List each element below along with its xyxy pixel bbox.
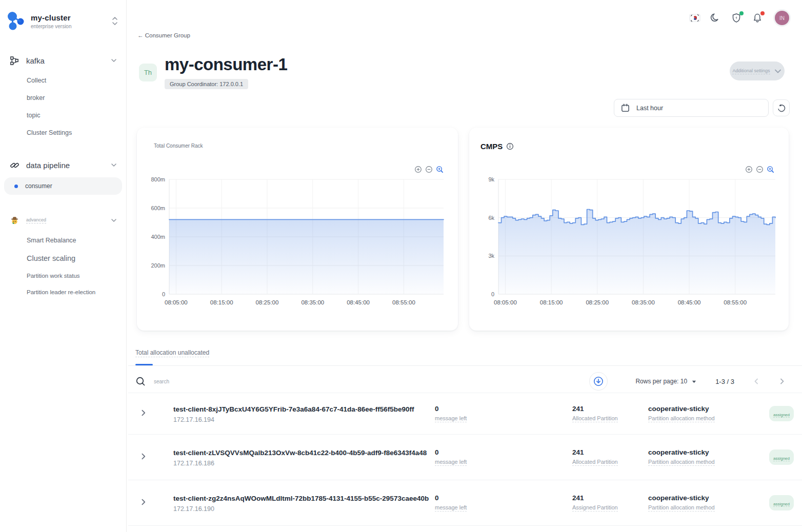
svg-text:0: 0 [491, 291, 494, 297]
tab-bar: Total allocation unallocated [128, 346, 802, 366]
security-shield-icon[interactable] [731, 13, 741, 23]
expand-row-chevron-icon[interactable] [139, 498, 147, 506]
sidebar-item-consumer[interactable]: consumer [4, 177, 122, 195]
messages-left-label: message left [435, 504, 467, 511]
sidebar-item-broker[interactable]: broker [0, 89, 126, 107]
chevron-down-icon [110, 56, 118, 65]
sidebar-section-data-pipeline[interactable]: data pipeline [0, 155, 126, 175]
zoom-out-icon[interactable] [425, 166, 433, 173]
user-avatar[interactable]: IN [773, 9, 791, 27]
sidebar-item-smart-rebalance[interactable]: Smart Rebalance [0, 232, 126, 249]
cmps-chart[interactable]: 03k6k9k08:05:0008:15:0008:25:0008:35:000… [475, 176, 781, 315]
sidebar-section-label: kafka [26, 56, 110, 65]
messages-left-value: 0 [435, 448, 572, 456]
zoom-reset-icon[interactable] [767, 166, 774, 173]
total-consumer-rack-chart[interactable]: 0200m400m600m800m08:05:0008:15:0008:25:0… [146, 176, 450, 315]
sidebar-item-cluster-settings[interactable]: Cluster Settings [0, 124, 126, 141]
sidebar-item-label: topic [27, 112, 40, 119]
svg-text:08:15:00: 08:15:00 [540, 299, 563, 305]
sidebar-section-label: data pipeline [26, 161, 110, 170]
caret-down-icon [691, 379, 697, 384]
partitions-label: Assigned Partition [572, 504, 618, 511]
korea-flag-locale-icon[interactable] [689, 13, 699, 23]
table-row[interactable]: test-client-zg2z4nsAqWOowMLdItml-72bb178… [128, 480, 802, 526]
chevron-down-icon [110, 161, 118, 169]
svg-text:08:05:00: 08:05:00 [165, 299, 188, 305]
svg-text:600m: 600m [151, 205, 165, 211]
svg-text:08:25:00: 08:25:00 [586, 299, 609, 305]
sidebar-item-partition-work-status[interactable]: Partition work status [0, 268, 126, 284]
sidebar-item-partition-leader-re-election[interactable]: Partition leader re-election [0, 284, 126, 300]
sidebar-section-kafka[interactable]: kafka [0, 50, 126, 71]
sidebar-nav: kafka CollectbrokertopicCluster Settings… [0, 50, 126, 300]
dark-mode-moon-icon[interactable] [710, 13, 720, 23]
chevron-down-icon [774, 67, 782, 75]
rows-per-page-label: Rows per page: 10 [635, 378, 687, 385]
user-avatar-initials: IN [775, 11, 789, 25]
consumer-table: test-client-8xjJTyBcxU4Y6G5YFrib-7e3a6a8… [128, 393, 802, 526]
client-id: test-client-zg2z4nsAqWOowMLdItml-72bb178… [173, 494, 435, 504]
link-icon [9, 160, 19, 170]
chart-zoom-controls [745, 166, 774, 173]
next-page-button[interactable] [778, 378, 786, 385]
breadcrumb-consumer-group[interactable]: ← Consumer Group [137, 32, 190, 38]
svg-text:3k: 3k [488, 253, 494, 259]
table-row[interactable]: test-client-zLVSQVVsMQalb213OxVw-8cb41c2… [128, 434, 802, 480]
previous-page-button[interactable] [753, 378, 760, 385]
sidebar-item-collect[interactable]: Collect [0, 72, 126, 89]
sidebar-item-cluster-scaling[interactable]: Cluster scaling [0, 249, 126, 268]
partitions-value: 241 [572, 405, 648, 413]
additional-settings-button[interactable]: Additional settings [730, 62, 785, 80]
zoom-reset-icon[interactable] [436, 166, 444, 173]
notification-dot-red [760, 11, 765, 15]
allocation-method-value: cooperative-sticky [648, 405, 753, 413]
svg-text:6k: 6k [488, 215, 494, 221]
notifications-bell-icon[interactable] [752, 13, 763, 23]
sidebar-section-advanced[interactable]: advanced [0, 210, 126, 231]
client-id: test-client-zLVSQVVsMQalb213OxVw-8cb41c2… [173, 448, 435, 458]
zoom-out-icon[interactable] [756, 166, 764, 173]
chart-card-total-consumer-rack: Total Consumer Rack 0200m400m600m800m08:… [137, 128, 458, 331]
svg-text:800m: 800m [151, 176, 165, 182]
sidebar-item-label: Collect [27, 77, 46, 84]
expand-row-chevron-icon[interactable] [139, 409, 147, 417]
chart-title: Total Consumer Rack [154, 143, 203, 149]
svg-text:08:05:00: 08:05:00 [494, 299, 517, 305]
cluster-switcher-icon[interactable] [111, 15, 119, 27]
expand-row-chevron-icon[interactable] [139, 453, 147, 460]
additional-settings-label: Additional settings [732, 68, 770, 74]
svg-text:08:15:00: 08:15:00 [210, 299, 233, 305]
messages-left-value: 0 [435, 494, 572, 502]
cluster-name: my-cluster [31, 13, 111, 22]
selected-item-dot [14, 185, 18, 188]
sidebar-section-label: advanced [26, 217, 46, 223]
messages-left-value: 0 [435, 405, 572, 413]
info-icon[interactable] [506, 142, 514, 150]
sidebar-item-label: Partition work status [27, 273, 80, 279]
chevron-down-icon [110, 216, 118, 224]
client-ip: 172.17.16.194 [173, 416, 435, 423]
svg-text:08:25:00: 08:25:00 [256, 299, 279, 305]
svg-text:400m: 400m [151, 234, 165, 240]
table-row[interactable]: test-client-8xjJTyBcxU4Y6G5YFrib-7e3a6a8… [128, 393, 802, 434]
topbar: IN [689, 9, 791, 27]
download-button[interactable] [589, 372, 608, 391]
svg-text:08:35:00: 08:35:00 [301, 299, 324, 305]
zoom-in-icon[interactable] [745, 166, 753, 173]
sidebar-item-topic[interactable]: topic [0, 107, 126, 124]
client-ip: 172.17.16.190 [173, 505, 435, 513]
refresh-icon [777, 104, 786, 113]
search-input[interactable] [154, 379, 308, 384]
search-icon [135, 376, 146, 386]
svg-text:08:55:00: 08:55:00 [724, 299, 747, 305]
svg-text:08:55:00: 08:55:00 [392, 299, 415, 305]
messages-left-label: message left [435, 459, 467, 466]
page-title: my-consumer-1 [165, 55, 287, 74]
sidebar-item-label: Cluster scaling [27, 254, 75, 262]
zoom-in-icon[interactable] [414, 166, 422, 173]
time-range-picker[interactable]: Last hour [614, 99, 769, 117]
rows-per-page-select[interactable]: Rows per page: 10 [635, 378, 697, 385]
tab-total-allocation-unallocated[interactable]: Total allocation unallocated [135, 349, 209, 357]
refresh-button[interactable] [773, 99, 790, 116]
cluster-subtitle: enterprise version [31, 24, 111, 29]
